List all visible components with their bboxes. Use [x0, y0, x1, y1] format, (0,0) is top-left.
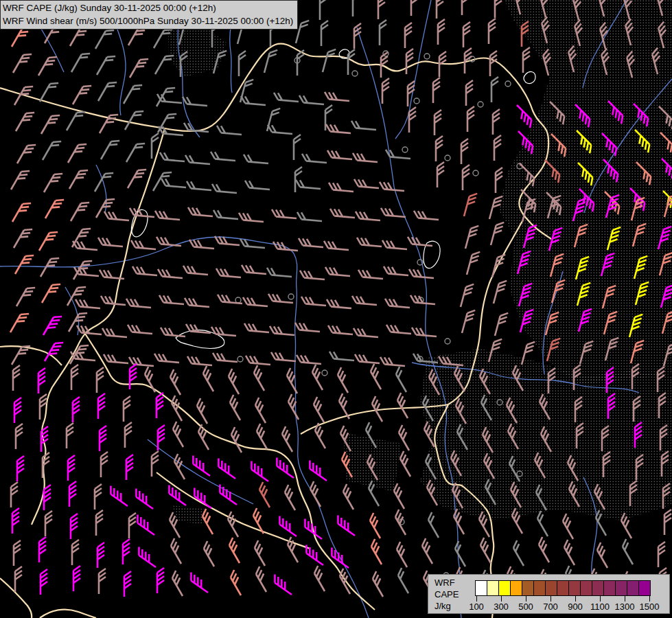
wind-barb — [323, 241, 349, 250]
legend-tick-label: 500 — [518, 602, 533, 612]
wind-barb — [14, 540, 21, 566]
calm-station-circle — [322, 370, 327, 376]
wind-barb — [210, 152, 236, 161]
wind-barb — [196, 424, 215, 450]
wind-barb — [467, 106, 474, 132]
wind-barb — [664, 510, 671, 535]
wind-barb — [537, 537, 555, 562]
wind-barb — [252, 365, 270, 391]
wind-barb — [271, 575, 296, 595]
legend-colorbar — [464, 580, 651, 596]
wind-barb — [101, 137, 119, 163]
wind-barb — [184, 298, 210, 307]
wind-barb — [71, 50, 90, 76]
wind-barb — [327, 150, 353, 159]
legend-cell — [498, 580, 511, 596]
wind-barb — [130, 364, 137, 389]
wind-barb — [72, 241, 98, 250]
wind-barb — [211, 327, 237, 336]
wind-barb — [238, 213, 264, 222]
wind-barb — [244, 323, 270, 332]
legend-tick — [575, 596, 576, 602]
wind-barb — [595, 542, 614, 568]
wind-barb — [308, 481, 327, 507]
wind-barb — [492, 253, 505, 279]
legend-tick — [526, 596, 526, 602]
wind-barb — [211, 184, 237, 193]
wind-barb — [227, 369, 245, 394]
wind-barb — [189, 456, 214, 476]
wind-barb — [326, 299, 352, 308]
legend-tick-label: 900 — [568, 602, 583, 612]
wind-barb — [158, 425, 165, 450]
wind-barb — [562, 540, 581, 565]
wind-barb — [266, 268, 292, 277]
wind-barb — [355, 211, 381, 220]
wind-barb — [464, 192, 477, 218]
legend-tick-label: 1300 — [615, 602, 635, 612]
wind-barb — [107, 486, 132, 506]
wind-barb — [42, 281, 60, 306]
wind-barb — [408, 269, 435, 278]
wind-barb — [103, 354, 129, 363]
legend-label-model: WRF — [435, 577, 459, 588]
wind-barb — [276, 516, 301, 536]
wind-barb — [126, 140, 145, 165]
wind-barb — [254, 566, 273, 592]
wind-barb — [325, 124, 351, 133]
legend-cell — [533, 580, 546, 596]
wind-barb — [495, 0, 502, 18]
wind-barb — [14, 226, 32, 251]
river-path — [96, 165, 106, 213]
wind-barb — [327, 325, 354, 334]
map-canvas — [0, 0, 672, 618]
wind-barb — [44, 170, 62, 196]
wind-barb — [341, 484, 360, 510]
cape-contour — [524, 72, 535, 84]
wind-barb — [268, 294, 294, 303]
wind-barb — [124, 571, 131, 597]
legend-label: WRF CAPE J/kg — [435, 577, 459, 612]
wind-barb — [378, 0, 385, 19]
wind-barb — [320, 0, 327, 20]
wind-barb — [68, 455, 75, 481]
wind-barb — [245, 356, 271, 365]
wind-barb — [243, 154, 269, 163]
title-box: WRF CAPE (J/kg) Sunday 30-11-2025 00:00 … — [0, 0, 298, 30]
wind-barb — [170, 396, 188, 421]
wind-barb — [227, 538, 246, 563]
wind-barb — [183, 266, 209, 275]
wind-barb — [393, 510, 412, 535]
wind-barb — [273, 242, 299, 251]
legend-cell — [510, 580, 522, 596]
legend-cell — [603, 580, 616, 596]
wind-barb — [212, 353, 238, 362]
legend-cell — [638, 580, 651, 596]
wind-barb — [273, 93, 299, 102]
wind-barb — [12, 200, 31, 225]
wind-barb — [253, 540, 271, 566]
country-border-path — [40, 610, 96, 618]
wind-barb — [394, 367, 413, 392]
stipple-region — [168, 27, 227, 77]
wind-barb — [17, 456, 24, 481]
wind-barb — [437, 162, 444, 187]
wind-barb — [98, 79, 117, 104]
title-line-shear: WRF Wind shear (m/s) 500/1000hPa Sunday … — [3, 14, 293, 27]
wind-barb — [255, 424, 273, 449]
title-line-cape: WRF CAPE (J/kg) Sunday 30-11-2025 00:00 … — [3, 1, 293, 14]
wind-barb — [156, 237, 182, 246]
wind-barb — [95, 170, 113, 195]
wind-barb — [228, 395, 246, 420]
wind-barb — [127, 325, 153, 334]
legend-tick — [476, 596, 477, 602]
wind-barb — [324, 92, 350, 101]
wind-barb — [187, 207, 213, 216]
wind-barb — [299, 271, 325, 279]
wind-barb — [437, 0, 443, 19]
wind-barb — [354, 354, 380, 363]
wind-barb — [67, 108, 85, 134]
wind-barb — [383, 266, 409, 275]
wind-barb — [463, 22, 470, 47]
wind-barb — [621, 539, 639, 564]
